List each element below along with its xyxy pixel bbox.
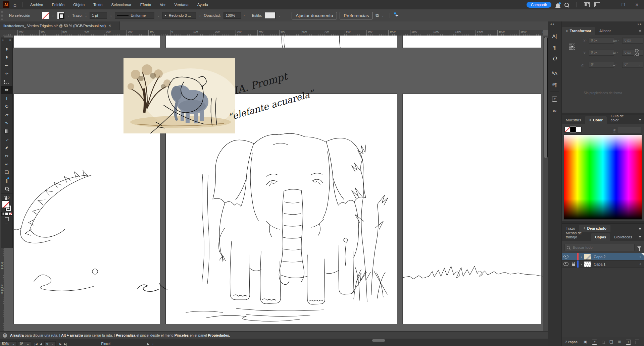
current-tool-indicator[interactable]: Pincel bbox=[101, 342, 110, 346]
width-tool[interactable]: ↔ bbox=[1, 135, 12, 144]
panel-grip[interactable] bbox=[1, 11, 3, 20]
menu-objeto[interactable]: Objeto bbox=[73, 3, 85, 7]
layer-name[interactable]: Capa 2 bbox=[594, 255, 605, 259]
menu-texto[interactable]: Texto bbox=[93, 3, 103, 7]
share-button[interactable]: Compartir bbox=[527, 2, 551, 8]
toolbar-more-icon[interactable]: ⋯ bbox=[1, 222, 12, 226]
hex-input[interactable] bbox=[617, 127, 641, 133]
layer-row[interactable]: ›Capa 1○ bbox=[562, 261, 644, 268]
stroke-weight-stepper[interactable]: ⌃⌄ bbox=[85, 14, 87, 17]
links-panel-icon[interactable]: ∞ bbox=[548, 105, 561, 116]
export-selection-icon[interactable]: ↗ bbox=[592, 340, 597, 345]
lock-icon[interactable] bbox=[570, 261, 577, 268]
y-field[interactable]: 0 px bbox=[589, 50, 614, 56]
strip-grip[interactable] bbox=[551, 27, 559, 29]
menu-seleccionar[interactable]: Seleccionar bbox=[111, 3, 132, 7]
visibility-eye-icon[interactable] bbox=[562, 253, 570, 260]
paragraph-styles-icon[interactable]: ᵃ¶ bbox=[548, 79, 561, 90]
panel-cycle-icon[interactable]: ⇕ bbox=[589, 119, 591, 122]
toolbar-grip[interactable] bbox=[3, 43, 11, 45]
new-sublayer-icon[interactable]: ⊞ bbox=[618, 340, 621, 345]
opacity-field[interactable]: 100% bbox=[224, 12, 241, 19]
select-similar-tool[interactable]: ∿ bbox=[1, 119, 12, 127]
x-field[interactable]: 0 px bbox=[589, 38, 614, 44]
tab-bibliotecas[interactable]: Bibliotecas bbox=[610, 233, 636, 241]
isolate-dropdown-icon[interactable]: ⌄ bbox=[381, 14, 384, 17]
tab-close-icon[interactable]: ✕ bbox=[108, 24, 111, 27]
collapse-strip-icon[interactable]: ◄◄ bbox=[550, 23, 554, 25]
collapse-dock-icon[interactable]: ►► bbox=[562, 21, 644, 26]
document-tab[interactable]: Ilustraciones_ Verdes Trigales.ai* @ 50 … bbox=[0, 21, 120, 30]
zoom-tool[interactable] bbox=[1, 185, 12, 193]
panel-menu-icon[interactable]: ≡ bbox=[636, 235, 644, 241]
workspace-switcher-icon[interactable] bbox=[584, 2, 590, 7]
menu-ventana[interactable]: Ventana bbox=[175, 3, 189, 7]
zoom-level-select[interactable]: 50% ⌄ bbox=[0, 341, 17, 346]
blob-brush-tool[interactable]: ∾ bbox=[1, 152, 12, 160]
none-swatch[interactable] bbox=[564, 127, 570, 132]
panel-menu-icon[interactable]: ≡ bbox=[636, 226, 644, 232]
layer-thumbnail[interactable] bbox=[584, 261, 591, 267]
swap-fill-stroke-icon[interactable]: ⤸ bbox=[8, 196, 9, 199]
tab-guia-de-color[interactable]: Guía de color bbox=[607, 112, 636, 124]
reference-point-selector[interactable] bbox=[569, 44, 575, 50]
stroke-weight-field[interactable]: 1 pt bbox=[90, 12, 107, 19]
style-swatch[interactable] bbox=[265, 12, 276, 19]
horizontal-ruler[interactable]: 7006005004003002001000100200300400500600… bbox=[4, 30, 543, 36]
shear-field[interactable]: 0°⌄ bbox=[622, 62, 643, 68]
stroke-profile-select[interactable]: Uniforme bbox=[115, 12, 154, 19]
rotation-dropdown-icon[interactable]: ⌄ bbox=[27, 342, 29, 346]
search-icon[interactable] bbox=[564, 3, 569, 7]
fill-dropdown-icon[interactable]: ⌄ bbox=[52, 14, 54, 17]
direct-selection-tool[interactable]: ➤ bbox=[1, 53, 12, 62]
last-artboard-button[interactable]: ▶| bbox=[64, 342, 67, 346]
selection-tool[interactable]: ➤ bbox=[1, 45, 12, 53]
layer-target-icon[interactable]: ○ bbox=[639, 255, 641, 258]
stroke-dropdown-icon[interactable]: ⌄ bbox=[67, 14, 70, 17]
rotation-select[interactable]: 0° ⌄ bbox=[18, 341, 31, 346]
vertical-scrollbar[interactable] bbox=[543, 36, 548, 346]
eraser-tool[interactable]: ▱ bbox=[1, 111, 12, 119]
status-collapse-icon[interactable]: ‹ bbox=[152, 342, 153, 346]
panel-cycle-icon[interactable]: ⇕ bbox=[566, 30, 568, 33]
visibility-eye-icon[interactable] bbox=[562, 261, 570, 268]
stroke-weight-dropdown-icon[interactable]: ⌄ bbox=[110, 14, 112, 17]
artboard-number-select[interactable]: 9 ⌄ bbox=[44, 341, 56, 346]
constrain-proportions-icon[interactable] bbox=[634, 49, 640, 56]
menu-archivo[interactable]: Archivo bbox=[30, 3, 43, 7]
close-button[interactable]: ✕ bbox=[633, 2, 641, 7]
black-swatch[interactable] bbox=[570, 127, 576, 132]
white-swatch[interactable] bbox=[576, 127, 582, 132]
horizontal-scrollbar[interactable] bbox=[0, 339, 548, 342]
tab-capas[interactable]: Capas bbox=[591, 233, 610, 241]
arrange-documents-icon[interactable] bbox=[594, 2, 600, 7]
layer-name[interactable]: Capa 1 bbox=[594, 262, 605, 266]
none-button[interactable] bbox=[9, 212, 12, 216]
first-artboard-button[interactable]: |◀ bbox=[35, 342, 38, 346]
restore-button[interactable]: ❐ bbox=[619, 2, 628, 7]
fit-document-button[interactable]: Ajustar documento bbox=[292, 12, 337, 19]
home-icon[interactable]: ⌂ bbox=[13, 2, 16, 8]
previous-artboard-button[interactable]: ◀ bbox=[40, 342, 42, 346]
paintbrush-tool[interactable]: ✎ bbox=[1, 86, 12, 95]
collect-for-export-icon[interactable]: ❏ bbox=[609, 340, 613, 345]
profile-dropdown-icon[interactable]: ⌄ bbox=[157, 14, 160, 17]
rectangle-tool[interactable] bbox=[1, 78, 12, 86]
canvas[interactable]: IA. Prompt “elefante acuarela” bbox=[4, 36, 543, 346]
menu-efecto[interactable]: Efecto bbox=[140, 3, 151, 7]
layer-row[interactable]: ›Capa 2○ bbox=[562, 253, 644, 261]
menu-ver[interactable]: Ver bbox=[160, 3, 165, 7]
color-spectrum[interactable] bbox=[564, 134, 642, 220]
filter-icon[interactable] bbox=[637, 246, 641, 249]
shape-builder-tool[interactable]: ∞ bbox=[1, 160, 12, 168]
layer-thumbnail[interactable] bbox=[584, 254, 591, 260]
gradient-button[interactable] bbox=[1, 212, 5, 216]
new-layer-icon[interactable]: + bbox=[626, 340, 631, 345]
watercolor-elephant-image[interactable] bbox=[123, 58, 235, 133]
type-tool[interactable]: T bbox=[1, 94, 12, 103]
curvature-tool[interactable]: ✑ bbox=[1, 70, 12, 78]
menu-edición[interactable]: Edición bbox=[52, 3, 64, 7]
tab-alinear[interactable]: Alinear bbox=[595, 27, 615, 35]
character-panel-icon[interactable]: A| bbox=[548, 30, 561, 42]
next-artboard-button[interactable]: ▶ bbox=[59, 342, 62, 346]
